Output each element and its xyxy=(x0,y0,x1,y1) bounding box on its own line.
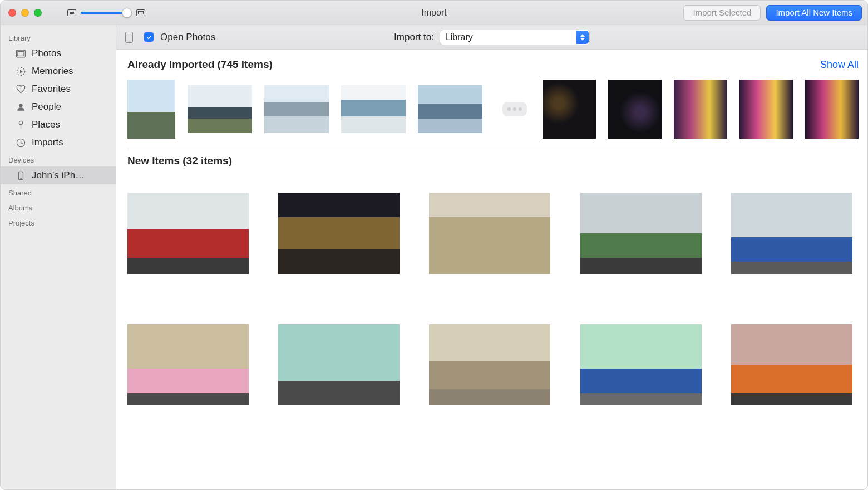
new-item-thumb[interactable] xyxy=(429,324,550,405)
sidebar-item-favorites[interactable]: Favorites xyxy=(1,80,116,98)
imported-thumb[interactable] xyxy=(805,80,859,139)
content-scroller[interactable]: Already Imported (745 items) Show All Ne… xyxy=(116,50,867,489)
memories-icon xyxy=(15,66,26,77)
import-toolbar: Open Photos Import to: Library xyxy=(116,25,867,50)
new-item-thumb[interactable] xyxy=(731,193,852,274)
zoom-out-icon xyxy=(67,9,76,16)
import-to-label: Import to: xyxy=(394,32,434,43)
sidebar-header-projects[interactable]: Projects xyxy=(1,214,116,229)
open-photos-label: Open Photos xyxy=(160,32,215,43)
sidebar-item-label: Photos xyxy=(32,48,61,59)
window-traffic-lights xyxy=(8,9,42,17)
new-item-thumb[interactable] xyxy=(278,193,400,274)
new-items-title: New Items (32 items) xyxy=(127,155,232,167)
sidebar-header-library: Library xyxy=(1,30,116,45)
sidebar-item-label: People xyxy=(32,101,61,112)
zoom-icon[interactable] xyxy=(34,9,42,17)
open-photos-checkbox[interactable] xyxy=(144,32,154,42)
svg-rect-1 xyxy=(17,51,23,56)
imported-thumb[interactable] xyxy=(739,80,793,139)
titlebar: Import Import Selected Import All New It… xyxy=(1,1,867,25)
imported-thumb[interactable] xyxy=(341,85,406,133)
new-item-thumb[interactable] xyxy=(580,324,702,405)
imported-thumb[interactable] xyxy=(188,85,252,133)
sidebar-item-memories[interactable]: Memories xyxy=(1,62,116,80)
zoom-thumb[interactable] xyxy=(122,8,132,18)
phone-icon xyxy=(15,170,26,181)
sidebar-item-people[interactable]: People xyxy=(1,98,116,116)
imported-gap xyxy=(495,102,530,116)
svg-point-4 xyxy=(19,104,22,107)
main-panel: Open Photos Import to: Library Already I… xyxy=(116,25,867,489)
sidebar-item-label: John’s iPh… xyxy=(32,170,85,181)
import-to-select[interactable]: Library xyxy=(440,30,590,45)
sidebar-item-places[interactable]: Places xyxy=(1,116,116,134)
photos-icon xyxy=(15,48,26,59)
close-icon[interactable] xyxy=(8,9,16,17)
sidebar-item-label: Imports xyxy=(32,137,63,148)
imported-thumb[interactable] xyxy=(608,80,662,139)
sidebar-header-shared[interactable]: Shared xyxy=(1,184,116,199)
heart-icon xyxy=(15,84,26,95)
imported-thumb[interactable] xyxy=(127,80,175,139)
device-phone-icon xyxy=(125,32,133,43)
more-icon[interactable] xyxy=(502,102,527,116)
sidebar-item-imports[interactable]: Imports xyxy=(1,134,116,151)
svg-point-5 xyxy=(19,121,22,124)
new-item-thumb[interactable] xyxy=(278,324,400,405)
imported-thumb[interactable] xyxy=(264,85,329,133)
show-all-link[interactable]: Show All xyxy=(820,59,859,71)
import-all-button[interactable]: Import All New Items xyxy=(766,5,862,21)
clock-icon xyxy=(15,137,26,148)
new-items-grid xyxy=(127,173,859,416)
sidebar-item-photos[interactable]: Photos xyxy=(1,45,116,62)
pin-icon xyxy=(15,119,26,130)
svg-marker-3 xyxy=(19,70,22,73)
imported-thumb[interactable] xyxy=(674,80,727,139)
imported-thumb[interactable] xyxy=(542,80,596,139)
new-item-thumb[interactable] xyxy=(731,324,852,405)
sidebar: Library Photos Memories Favorites People xyxy=(1,25,116,489)
import-to-value: Library xyxy=(446,32,473,42)
sidebar-header-albums[interactable]: Albums xyxy=(1,199,116,214)
sidebar-item-label: Favorites xyxy=(32,84,71,95)
imported-thumb[interactable] xyxy=(418,85,482,133)
sidebar-item-label: Memories xyxy=(32,66,73,77)
already-imported-title: Already Imported (745 items) xyxy=(127,58,273,71)
person-icon xyxy=(15,101,26,112)
sidebar-header-devices: Devices xyxy=(1,151,116,166)
select-stepper-icon xyxy=(576,31,589,44)
new-item-thumb[interactable] xyxy=(429,193,550,274)
sidebar-item-device-iphone[interactable]: John’s iPh… xyxy=(1,166,116,184)
sidebar-item-label: Places xyxy=(32,119,60,130)
already-imported-strip xyxy=(127,76,859,149)
zoom-in-icon xyxy=(136,9,145,16)
import-selected-button[interactable]: Import Selected xyxy=(683,5,761,21)
zoom-track[interactable] xyxy=(81,12,132,14)
new-item-thumb[interactable] xyxy=(580,193,702,274)
new-item-thumb[interactable] xyxy=(127,193,249,274)
thumbnail-zoom-slider[interactable] xyxy=(67,9,145,16)
minimize-icon[interactable] xyxy=(21,9,29,17)
new-item-thumb[interactable] xyxy=(127,324,249,405)
